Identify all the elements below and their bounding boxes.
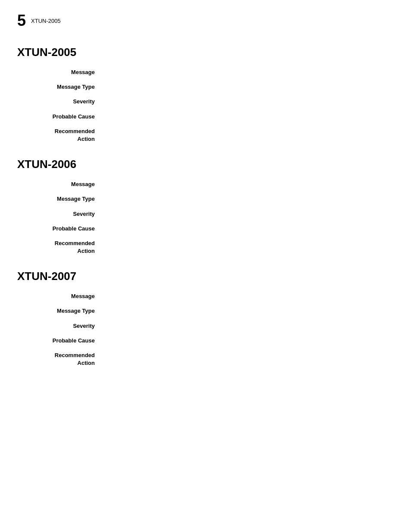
field-value-xtun-2007-3 [103, 337, 394, 345]
field-label-xtun-2006-4: Recommended Action [17, 240, 103, 255]
field-row-xtun-2007-1: Message Type [17, 305, 394, 317]
field-row-xtun-2006-3: Probable Cause [17, 223, 394, 234]
field-label-xtun-2005-2: Severity [17, 98, 103, 106]
field-value-xtun-2007-0 [103, 292, 394, 300]
field-label-xtun-2007-3: Probable Cause [17, 337, 103, 345]
field-value-xtun-2005-2 [103, 98, 394, 106]
field-value-xtun-2007-2 [103, 322, 394, 330]
field-label-xtun-2006-0: Message [17, 180, 103, 188]
field-row-xtun-2005-1: Message Type [17, 81, 394, 93]
field-row-xtun-2007-2: Severity [17, 320, 394, 332]
field-row-xtun-2007-4: Recommended Action [17, 350, 394, 369]
section-title-xtun-2007: XTUN-2007 [17, 270, 394, 283]
field-value-xtun-2005-1 [103, 83, 394, 91]
section-xtun-2005: XTUN-2005MessageMessage TypeSeverityProb… [17, 46, 394, 145]
section-xtun-2007: XTUN-2007MessageMessage TypeSeverityProb… [17, 270, 394, 369]
field-row-xtun-2005-3: Probable Cause [17, 111, 394, 122]
field-label-xtun-2006-1: Message Type [17, 195, 103, 203]
field-label-xtun-2005-4: Recommended Action [17, 128, 103, 143]
field-row-xtun-2006-4: Recommended Action [17, 238, 394, 257]
header-title: XTUN-2005 [31, 18, 61, 24]
field-row-xtun-2005-4: Recommended Action [17, 126, 394, 145]
field-label-xtun-2005-1: Message Type [17, 83, 103, 91]
section-title-xtun-2005: XTUN-2005 [17, 46, 394, 59]
page-number: 5 [17, 13, 26, 28]
section-title-xtun-2006: XTUN-2006 [17, 158, 394, 171]
field-value-xtun-2006-4 [103, 240, 394, 255]
field-value-xtun-2005-3 [103, 113, 394, 121]
field-label-xtun-2007-0: Message [17, 292, 103, 300]
field-label-xtun-2005-3: Probable Cause [17, 113, 103, 121]
field-value-xtun-2005-4 [103, 128, 394, 143]
field-label-xtun-2007-4: Recommended Action [17, 352, 103, 367]
field-row-xtun-2006-0: Message [17, 179, 394, 190]
field-value-xtun-2007-4 [103, 352, 394, 367]
field-value-xtun-2006-0 [103, 180, 394, 188]
field-row-xtun-2007-0: Message [17, 291, 394, 302]
field-value-xtun-2006-3 [103, 225, 394, 233]
field-label-xtun-2006-2: Severity [17, 210, 103, 218]
page-header: 5 XTUN-2005 [17, 13, 394, 28]
field-row-xtun-2005-0: Message [17, 67, 394, 78]
field-label-xtun-2006-3: Probable Cause [17, 225, 103, 233]
field-row-xtun-2006-1: Message Type [17, 193, 394, 205]
field-value-xtun-2005-0 [103, 68, 394, 76]
field-value-xtun-2006-2 [103, 210, 394, 218]
field-value-xtun-2006-1 [103, 195, 394, 203]
field-label-xtun-2005-0: Message [17, 68, 103, 76]
field-row-xtun-2005-2: Severity [17, 96, 394, 107]
sections-container: XTUN-2005MessageMessage TypeSeverityProb… [17, 46, 394, 369]
field-label-xtun-2007-1: Message Type [17, 307, 103, 315]
field-value-xtun-2007-1 [103, 307, 394, 315]
field-row-xtun-2006-2: Severity [17, 208, 394, 220]
field-row-xtun-2007-3: Probable Cause [17, 335, 394, 346]
field-label-xtun-2007-2: Severity [17, 322, 103, 330]
section-xtun-2006: XTUN-2006MessageMessage TypeSeverityProb… [17, 158, 394, 257]
